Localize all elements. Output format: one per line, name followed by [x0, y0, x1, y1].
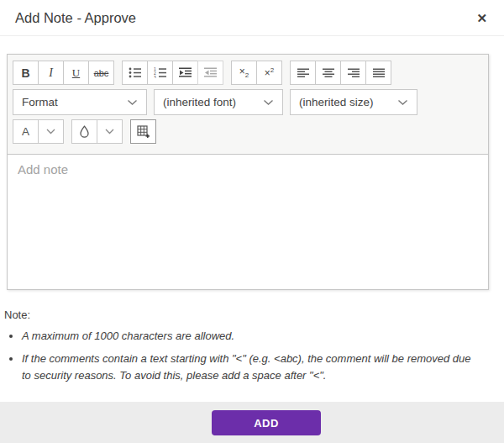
subscript-icon: ×2: [239, 66, 249, 79]
close-icon[interactable]: ✕: [476, 12, 487, 24]
note-list: A maximum of 1000 characters are allowed…: [4, 328, 475, 384]
align-right-button[interactable]: [340, 61, 366, 85]
align-center-button[interactable]: [315, 61, 341, 85]
table-icon: [137, 125, 150, 138]
text-color-group: A: [13, 119, 64, 144]
background-color-button[interactable]: [71, 119, 97, 144]
bold-button[interactable]: B: [13, 61, 39, 85]
toolbar-row-2: Format (inherited font) (inherited size): [13, 89, 484, 115]
note-item: If the comments contain a text starting …: [22, 351, 475, 384]
alignment-group: [290, 61, 391, 85]
editor-toolbar: B I U abc 1: [8, 55, 488, 154]
add-note-dialog: Add Note - Approve ✕ B I U abc: [0, 0, 504, 384]
note-section: Note: A maximum of 1000 characters are a…: [4, 309, 475, 384]
align-left-button[interactable]: [290, 61, 316, 85]
toolbar-row-1: B I U abc 1: [13, 61, 484, 85]
add-button[interactable]: ADD: [212, 410, 321, 435]
dialog-header: Add Note - Approve ✕: [0, 0, 504, 36]
table-group: [130, 119, 156, 144]
background-color-group: [71, 119, 123, 144]
indent-button[interactable]: [172, 61, 198, 85]
format-dropdown-value: Format: [22, 96, 58, 108]
size-dropdown-value: (inherited size): [299, 96, 374, 108]
format-dropdown[interactable]: Format: [13, 89, 147, 115]
underline-button[interactable]: U: [63, 61, 89, 85]
chevron-down-icon: [127, 99, 138, 106]
numbered-list-icon: 1 2 3: [154, 67, 167, 78]
text-color-chevron-button[interactable]: [38, 119, 64, 144]
toolbar-row-3: A: [13, 119, 484, 144]
strikethrough-button[interactable]: abc: [88, 61, 114, 85]
chevron-down-icon: [105, 129, 114, 134]
superscript-button[interactable]: ×2: [256, 61, 282, 85]
svg-text:3: 3: [154, 75, 156, 79]
bullet-list-button[interactable]: [122, 61, 148, 85]
chevron-down-icon: [263, 99, 274, 106]
background-color-chevron-button[interactable]: [97, 119, 123, 144]
chevron-down-icon: [397, 99, 408, 106]
text-color-button[interactable]: A: [13, 119, 39, 144]
rich-text-editor: B I U abc 1: [7, 54, 489, 290]
outdent-button[interactable]: [197, 61, 223, 85]
numbered-list-button[interactable]: 1 2 3: [147, 61, 173, 85]
note-item: A maximum of 1000 characters are allowed…: [22, 328, 475, 345]
outdent-icon: [204, 67, 217, 78]
editor-content-area[interactable]: Add note: [8, 154, 488, 289]
chevron-down-icon: [46, 129, 55, 134]
superscript-icon: ×2: [265, 66, 274, 79]
indent-icon: [179, 67, 192, 78]
dialog-title: Add Note - Approve: [15, 10, 136, 26]
font-dropdown[interactable]: (inherited font): [154, 89, 283, 115]
align-right-icon: [348, 68, 360, 78]
text-style-group: B I U abc: [13, 61, 114, 85]
insert-table-button[interactable]: [130, 119, 156, 144]
size-dropdown[interactable]: (inherited size): [290, 89, 417, 115]
script-group: ×2 ×2: [231, 61, 282, 85]
list-indent-group: 1 2 3: [122, 61, 223, 85]
subscript-button[interactable]: ×2: [231, 61, 257, 85]
italic-button[interactable]: I: [38, 61, 64, 85]
bullet-list-icon: [129, 67, 142, 78]
droplet-icon: [79, 125, 90, 138]
align-left-icon: [297, 68, 309, 78]
note-label: Note:: [4, 309, 475, 321]
justify-icon: [373, 68, 385, 78]
justify-button[interactable]: [365, 61, 391, 85]
editor-placeholder: Add note: [18, 162, 68, 177]
font-dropdown-value: (inherited font): [163, 96, 236, 108]
dialog-footer: ADD: [0, 402, 504, 443]
align-center-icon: [323, 68, 334, 78]
